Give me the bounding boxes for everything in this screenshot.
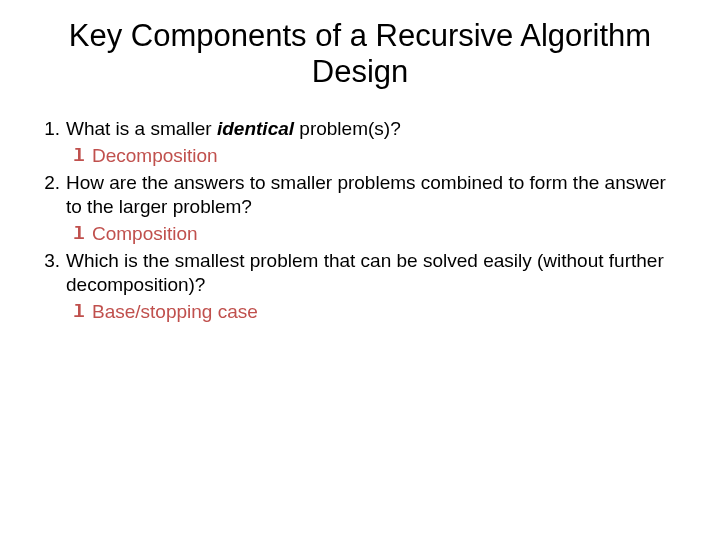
slide-title: Key Components of a Recursive Algorithm … bbox=[40, 18, 680, 89]
item-text: How are the answers to smaller problems … bbox=[66, 171, 680, 220]
item-text: What is a smaller identical problem(s)? bbox=[66, 117, 680, 142]
text-emphasis: identical bbox=[217, 118, 294, 139]
sub-item: l Base/stopping case bbox=[40, 300, 680, 325]
item-number: 3. bbox=[40, 249, 66, 298]
numbered-list: 1. What is a smaller identical problem(s… bbox=[40, 117, 680, 325]
sub-item-text: Base/stopping case bbox=[92, 300, 680, 325]
title-line-1: Key Components of a Recursive Algorithm bbox=[69, 18, 651, 53]
item-number: 2. bbox=[40, 171, 66, 220]
sub-item: l Composition bbox=[40, 222, 680, 247]
bullet-icon: l bbox=[66, 222, 92, 247]
sub-item-text: Decomposition bbox=[92, 144, 680, 169]
slide: Key Components of a Recursive Algorithm … bbox=[0, 0, 720, 540]
item-number: 1. bbox=[40, 117, 66, 142]
text-fragment: What is a smaller bbox=[66, 118, 217, 139]
list-item: 3. Which is the smallest problem that ca… bbox=[40, 249, 680, 298]
title-line-2: Design bbox=[312, 54, 409, 89]
sub-item-text: Composition bbox=[92, 222, 680, 247]
sub-item: l Decomposition bbox=[40, 144, 680, 169]
list-item: 1. What is a smaller identical problem(s… bbox=[40, 117, 680, 142]
bullet-icon: l bbox=[66, 300, 92, 325]
item-text: Which is the smallest problem that can b… bbox=[66, 249, 680, 298]
text-fragment: problem(s)? bbox=[294, 118, 401, 139]
bullet-icon: l bbox=[66, 144, 92, 169]
list-item: 2. How are the answers to smaller proble… bbox=[40, 171, 680, 220]
